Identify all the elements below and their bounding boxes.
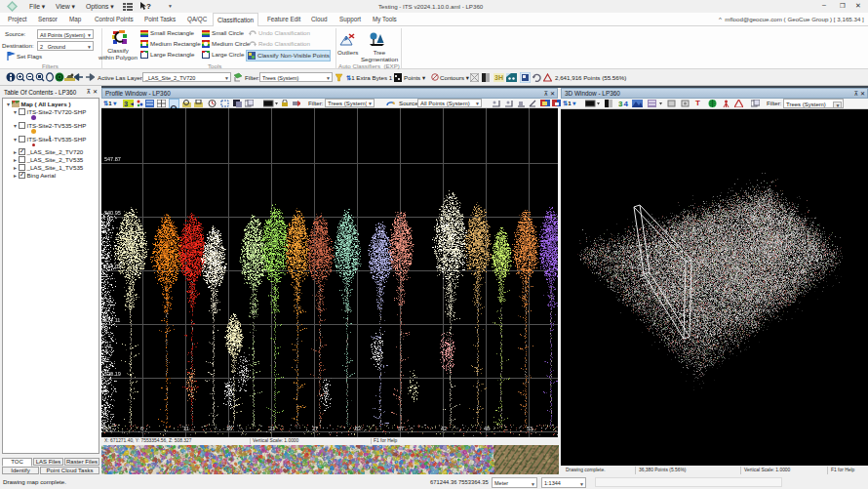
svg-text:4: 4: [624, 100, 629, 107]
svg-text:3H: 3H: [494, 74, 503, 81]
svg-text:◄: ◄: [129, 100, 134, 107]
svg-text:3: 3: [124, 100, 128, 107]
svg-text:3: 3: [618, 100, 623, 107]
svg-text:?: ?: [146, 2, 151, 11]
